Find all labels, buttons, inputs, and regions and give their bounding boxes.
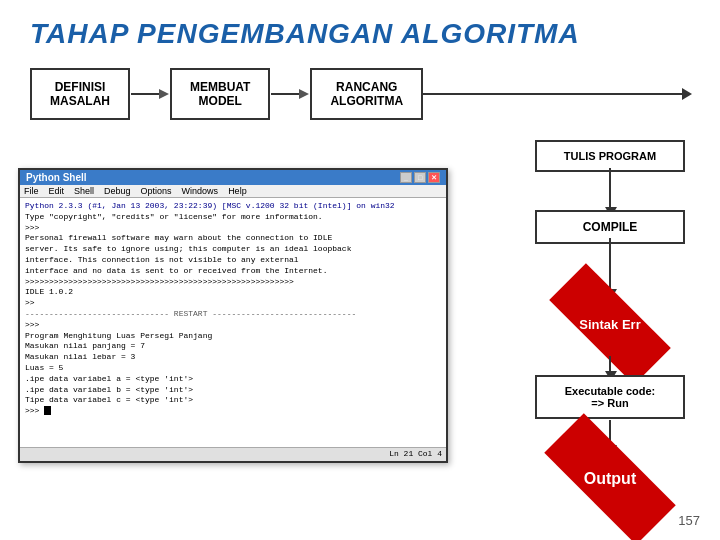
shell-controls: _ □ ✕ <box>400 172 440 183</box>
shell-menubar: File Edit Shell Debug Options Windows He… <box>20 185 446 198</box>
shell-line-15: Luas = 5 <box>25 363 441 374</box>
menu-windows[interactable]: Windows <box>182 186 219 196</box>
shell-titlebar: Python Shell _ □ ✕ <box>20 170 446 185</box>
flow-row: DEFINISI MASALAH MEMBUAT MODEL RANCANG A… <box>0 68 720 120</box>
arrow-2 <box>270 84 310 104</box>
vline-tulis-compile <box>609 168 611 212</box>
exec-box: Executable code: => Run <box>535 375 685 419</box>
maximize-button[interactable]: □ <box>414 172 426 183</box>
shell-line-9: IDLE 1.0.2 <box>25 287 441 298</box>
svg-marker-3 <box>299 89 309 99</box>
close-button[interactable]: ✕ <box>428 172 440 183</box>
menu-file[interactable]: File <box>24 186 39 196</box>
menu-help[interactable]: Help <box>228 186 247 196</box>
shell-line-14: Masukan nilai lebar = 3 <box>25 352 441 363</box>
shell-line-3: >>> <box>25 223 441 234</box>
page-number: 157 <box>678 513 700 528</box>
shell-title: Python Shell <box>26 172 87 183</box>
shell-line-7: interface and no data is sent to or rece… <box>25 266 441 277</box>
rancang-algoritma-box: RANCANG ALGORITMA <box>310 68 423 120</box>
cursor <box>44 406 51 415</box>
menu-shell[interactable]: Shell <box>74 186 94 196</box>
long-arrow-line <box>423 93 690 95</box>
output-diamond: Output <box>535 447 685 511</box>
shell-line-10: >> <box>25 298 441 309</box>
shell-line-2: Type "copyright", "credits" or "license"… <box>25 212 441 223</box>
shell-statusbar: Ln 21 Col 4 <box>20 447 446 451</box>
shell-line-19: >>> <box>25 406 441 417</box>
shell-line-12: Program Menghitung Luas Persegi Panjang <box>25 331 441 342</box>
menu-debug[interactable]: Debug <box>104 186 131 196</box>
shell-line-17: .ipe data variabel b = <type 'int'> <box>25 385 441 396</box>
shell-line-8: >>>>>>>>>>>>>>>>>>>>>>>>>>>>>>>>>>>>>>>>… <box>25 277 441 288</box>
shell-restart: ------------------------------ RESTART -… <box>25 309 441 320</box>
membuat-model-box: MEMBUAT MODEL <box>170 68 270 120</box>
shell-content[interactable]: Python 2.3.3 (#1, Jan 13 2003, 23:22:39)… <box>20 198 446 451</box>
python-shell-window[interactable]: Python Shell _ □ ✕ File Edit Shell Debug… <box>18 168 448 463</box>
menu-edit[interactable]: Edit <box>49 186 65 196</box>
page-title: TAHAP PENGEMBANGAN ALGORITMA <box>0 0 720 60</box>
sintak-err-diamond: Sintak Err <box>535 292 685 356</box>
shell-line-6: interface. This connection is not visibl… <box>25 255 441 266</box>
menu-options[interactable]: Options <box>141 186 172 196</box>
shell-line-1: Python 2.3.3 (#1, Jan 13 2003, 23:22:39)… <box>25 201 441 212</box>
shell-line-16: .ipe data variabel a = <type 'int'> <box>25 374 441 385</box>
arrow-head-right <box>682 88 692 100</box>
arrow-1 <box>130 84 170 104</box>
svg-marker-1 <box>159 89 169 99</box>
shell-line-5: server. Its safe to ignore using; this c… <box>25 244 441 255</box>
shell-line-18: Tipe data variabel c = <type 'int'> <box>25 395 441 406</box>
shell-line-4: Personal firewall software may warn abou… <box>25 233 441 244</box>
definisi-masalah-box: DEFINISI MASALAH <box>30 68 130 120</box>
minimize-button[interactable]: _ <box>400 172 412 183</box>
shell-line-13: Masukan nilai panjang = 7 <box>25 341 441 352</box>
shell-line-11: >>> <box>25 320 441 331</box>
